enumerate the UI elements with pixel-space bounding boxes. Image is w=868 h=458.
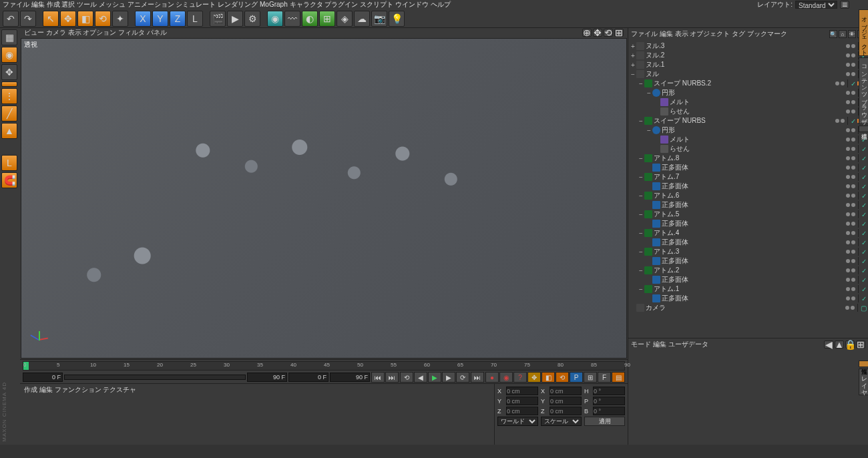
- tree-row-4[interactable]: − スイープ NURBS.2 ✓: [628, 79, 868, 88]
- om-menu-表示[interactable]: 表示: [675, 30, 688, 37]
- object-name[interactable]: アトム.7: [654, 172, 846, 182]
- menu-ウインドウ[interactable]: ウインドウ: [395, 1, 429, 8]
- expand-icon[interactable]: −: [638, 230, 644, 237]
- move-tool[interactable]: ✥: [60, 11, 76, 27]
- vis-dot[interactable]: [846, 250, 850, 254]
- enable-check-icon[interactable]: ✓: [861, 295, 867, 302]
- object-name[interactable]: 円形: [662, 126, 846, 135]
- object-name[interactable]: らせん: [670, 107, 846, 116]
- tree-row-28[interactable]: カメラ ▢: [628, 303, 868, 312]
- vis-dot[interactable]: [851, 222, 855, 226]
- tree-row-3[interactable]: − ヌル ✓: [628, 69, 868, 79]
- vis-dot[interactable]: [851, 268, 855, 272]
- vis-dot[interactable]: [851, 240, 855, 244]
- vis-dot[interactable]: [851, 259, 855, 263]
- autokey-button[interactable]: ◉: [499, 372, 513, 383]
- vis-dot[interactable]: [846, 222, 850, 226]
- menu-ファイル[interactable]: ファイル: [3, 1, 29, 8]
- menu-MoGraph[interactable]: MoGraph: [260, 1, 288, 8]
- key-selection-button[interactable]: ?: [513, 372, 527, 383]
- expand-icon[interactable]: −: [638, 192, 644, 200]
- menu-キャラクタ[interactable]: キャラクタ: [290, 1, 323, 8]
- array-menu[interactable]: ⊞: [319, 11, 335, 27]
- vis-dot[interactable]: [846, 203, 850, 207]
- play-button[interactable]: ▶: [428, 372, 441, 383]
- object-name[interactable]: 正多面体: [662, 200, 846, 210]
- menu-ヘルプ[interactable]: ヘルプ: [431, 1, 451, 8]
- enable-axis-button[interactable]: L: [1, 155, 17, 171]
- tree-row-20[interactable]: − アトム.4 ✓: [628, 228, 868, 238]
- viewport-nav-icon-4[interactable]: ⊞: [614, 29, 624, 37]
- size-Z[interactable]: [550, 407, 582, 415]
- goto-end-button[interactable]: ⏭: [385, 372, 399, 383]
- tree-row-2[interactable]: + ヌル.1 ✓: [628, 60, 868, 69]
- tree-row-7[interactable]: らせん ✓: [628, 107, 868, 116]
- vis-dot[interactable]: [846, 109, 850, 113]
- range-slider[interactable]: [64, 375, 246, 380]
- prev-key-button[interactable]: ⟲: [400, 372, 413, 383]
- dock-tab-レイヤ[interactable]: レイヤ: [859, 369, 868, 395]
- enable-check-icon[interactable]: ✓: [861, 136, 867, 144]
- enable-check-icon[interactable]: ✓: [861, 239, 867, 246]
- vis-dot[interactable]: [846, 278, 850, 282]
- vis-dot[interactable]: [846, 72, 850, 76]
- object-name[interactable]: 正多面体: [662, 219, 846, 228]
- vis-dot[interactable]: [846, 138, 850, 142]
- vis-dot[interactable]: [846, 296, 850, 300]
- enable-check-icon[interactable]: ✓: [861, 267, 867, 274]
- tree-row-18[interactable]: − アトム.5 ✓: [628, 210, 868, 219]
- vis-dot[interactable]: [851, 175, 855, 179]
- enable-check-icon[interactable]: ✓: [851, 80, 856, 87]
- tree-row-23[interactable]: 正多面体 ✓: [628, 256, 868, 266]
- tree-row-9[interactable]: − 円形 ✓: [628, 126, 868, 135]
- rot-P[interactable]: [593, 397, 625, 405]
- om-menu-オブジェクト[interactable]: オブジェクト: [690, 30, 730, 37]
- vis-dot[interactable]: [851, 44, 855, 48]
- object-name[interactable]: アトム.8: [654, 154, 846, 163]
- key-opt-button[interactable]: F: [598, 372, 611, 383]
- expand-icon[interactable]: −: [638, 211, 644, 218]
- view-menu-フィルタ[interactable]: フィルタ: [118, 29, 145, 36]
- tree-row-13[interactable]: 正多面体 ✓: [628, 163, 868, 172]
- tree-row-5[interactable]: − 円形 ✓: [628, 88, 868, 97]
- enable-check-icon[interactable]: ✓: [861, 183, 867, 190]
- om-eye-icon[interactable]: 👁: [848, 30, 856, 38]
- last-tool[interactable]: ✦: [112, 11, 128, 27]
- vis-dot[interactable]: [851, 156, 855, 160]
- enable-check-icon[interactable]: ✓: [861, 192, 867, 200]
- vis-dot[interactable]: [851, 250, 855, 254]
- view-menu-ビュー[interactable]: ビュー: [24, 29, 44, 36]
- mat-menu-編集[interactable]: 編集: [39, 386, 53, 393]
- object-name[interactable]: アトム.5: [654, 210, 846, 219]
- menu-プラグイン[interactable]: プラグイン: [324, 1, 358, 8]
- enable-check-icon[interactable]: ✓: [861, 146, 867, 153]
- scale-mode-select[interactable]: スケール: [541, 417, 582, 426]
- vis-dot[interactable]: [841, 119, 845, 123]
- edge-mode[interactable]: ╱: [1, 105, 17, 122]
- tree-row-10[interactable]: メルト ✓: [628, 135, 868, 144]
- viewport-nav-icon-1[interactable]: ⊕: [582, 29, 592, 37]
- key-rot-button[interactable]: ⟲: [556, 372, 569, 383]
- enable-snap-button[interactable]: 🧲: [1, 172, 17, 188]
- vis-dot[interactable]: [851, 203, 855, 207]
- vis-dot[interactable]: [851, 287, 855, 291]
- enable-check-icon[interactable]: ✓: [861, 230, 867, 237]
- range-start-field[interactable]: [23, 373, 63, 382]
- size-X[interactable]: [550, 387, 582, 395]
- make-editable-button[interactable]: ▦: [1, 29, 17, 45]
- view-menu-カメラ[interactable]: カメラ: [46, 29, 66, 36]
- tree-row-0[interactable]: + ヌル.3 ✓: [628, 41, 868, 51]
- vis-dot[interactable]: [851, 138, 855, 142]
- light-menu[interactable]: 💡: [389, 11, 405, 27]
- tree-row-17[interactable]: 正多面体 ✓: [628, 200, 868, 210]
- pos-Y[interactable]: [506, 397, 538, 405]
- object-name[interactable]: スイープ NURBS.2: [654, 79, 835, 88]
- vis-dot[interactable]: [851, 100, 855, 104]
- vis-dot[interactable]: [846, 63, 850, 67]
- dock-tab-属性[interactable]: 属性: [859, 361, 868, 367]
- layout-dropdown[interactable]: Standard: [795, 1, 837, 9]
- object-name[interactable]: 正多面体: [662, 238, 846, 247]
- mat-menu-テクスチャ[interactable]: テクスチャ: [103, 386, 136, 393]
- vis-dot[interactable]: [851, 306, 855, 310]
- vis-dot[interactable]: [851, 212, 855, 216]
